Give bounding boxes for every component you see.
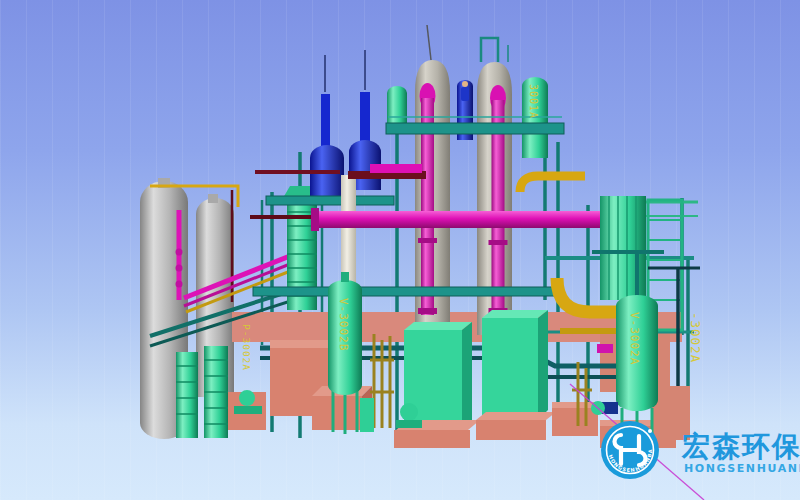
tag-v3002a: V-3002A [628, 312, 641, 365]
green-column-small [387, 86, 407, 125]
vessel-v3002b [328, 272, 362, 434]
magenta-stub [597, 344, 613, 353]
tag-v3002b: V-3002B [337, 298, 350, 351]
logo-mark: HONGSENHUANBAO [598, 418, 662, 482]
pump-center [400, 403, 418, 421]
logo-name-cn: 宏森环保 [682, 428, 800, 466]
green-box-tank-2 [482, 310, 548, 420]
lightning-rod [427, 25, 431, 60]
tag-p3002a-left: P-3002A [241, 324, 252, 371]
logo-name-en: HONGSENHUANBAO [684, 462, 800, 475]
render-viewport[interactable]: 3001A V-3002B V-3002A -3002A P-3002A HON… [0, 0, 800, 500]
company-logo: HONGSENHUANBAO 宏森环保 HONGSENHUANBAO [598, 418, 800, 496]
tag-3001a: 3001A [528, 84, 539, 119]
tag-3002a-right: -3002A [688, 312, 703, 363]
worker-figure [461, 81, 469, 101]
top-pipe-loop [481, 38, 498, 62]
